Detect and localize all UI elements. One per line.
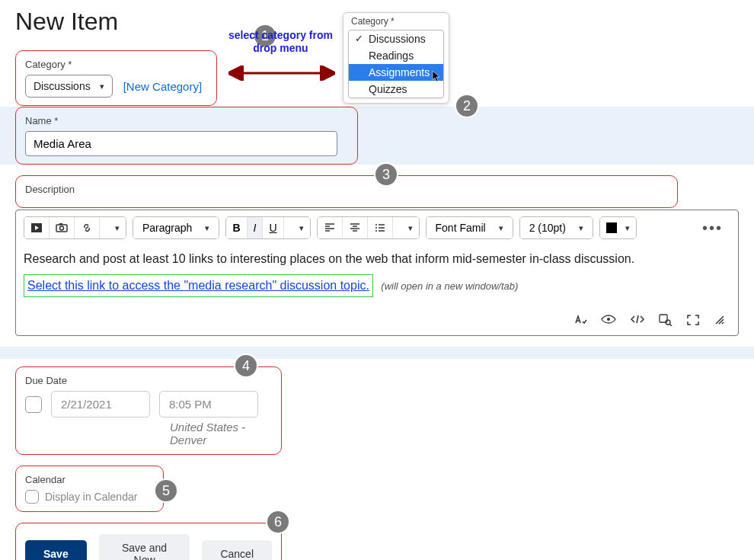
category-select[interactable]: Discussions ▾ bbox=[25, 75, 113, 98]
due-date-input[interactable]: 2/21/2021 bbox=[51, 391, 150, 418]
annotation-select-category: select category from drop menu bbox=[228, 29, 333, 55]
rte-body[interactable]: Research and post at least 10 links to i… bbox=[24, 247, 730, 303]
timezone-note: United States - Denver bbox=[170, 421, 272, 446]
paragraph-select[interactable]: Paragraph▾ bbox=[133, 217, 219, 238]
spellcheck-icon[interactable] bbox=[573, 314, 587, 329]
dropdown-option-readings[interactable]: Readings bbox=[349, 47, 443, 64]
double-arrow-icon bbox=[228, 66, 335, 81]
source-code-icon[interactable] bbox=[630, 314, 645, 329]
step-badge-6: 6 bbox=[266, 510, 290, 534]
font-size-select[interactable]: 2 (10pt)▾ bbox=[520, 217, 593, 238]
description-link-box: Select this link to access the "media re… bbox=[24, 274, 373, 297]
description-text: Research and post at least 10 links to i… bbox=[24, 250, 730, 268]
svg-point-8 bbox=[607, 318, 610, 321]
align-left-icon[interactable] bbox=[318, 217, 343, 238]
band-separator bbox=[0, 347, 754, 359]
category-selected-value: Discussions bbox=[34, 80, 91, 92]
description-section: 3 Description bbox=[15, 175, 678, 208]
step-badge-2: 2 bbox=[455, 94, 479, 118]
bold-button[interactable]: B bbox=[226, 217, 247, 238]
calendar-section: 5 Calendar Display in Calendar bbox=[15, 466, 164, 512]
chevron-down-icon: ▾ bbox=[205, 223, 209, 233]
step-badge-4: 4 bbox=[234, 354, 258, 378]
due-date-section: 4 Due Date 2/21/2021 8:05 PM United Stat… bbox=[15, 366, 282, 455]
description-label: Description bbox=[25, 184, 668, 195]
media-research-link[interactable]: Select this link to access the "media re… bbox=[27, 279, 369, 292]
due-time-input[interactable]: 8:05 PM bbox=[159, 391, 258, 418]
chevron-down-icon: ▾ bbox=[579, 223, 583, 233]
rich-text-editor: ▾ Paragraph▾ B I U ▾ ▾ Font Famil▾ 2 (10… bbox=[15, 210, 739, 336]
insert-more-dropdown[interactable]: ▾ bbox=[100, 217, 126, 238]
fullscreen-icon[interactable] bbox=[686, 314, 700, 329]
due-date-checkbox[interactable] bbox=[25, 396, 42, 413]
header-region: New Item 1 Category * Discussions ▾ [New… bbox=[15, 8, 739, 107]
display-calendar-checkbox[interactable] bbox=[25, 490, 39, 504]
dropdown-label: Category * bbox=[343, 16, 449, 28]
name-band: 2 Name * bbox=[0, 107, 754, 165]
camera-icon[interactable] bbox=[50, 217, 75, 238]
svg-point-5 bbox=[375, 224, 377, 226]
name-input[interactable] bbox=[25, 131, 337, 156]
color-picker[interactable]: ▾ bbox=[600, 217, 636, 238]
name-section: 2 Name * bbox=[15, 107, 358, 165]
resize-icon[interactable] bbox=[714, 314, 726, 329]
save-button[interactable]: Save bbox=[25, 540, 87, 560]
italic-button[interactable]: I bbox=[248, 217, 264, 238]
rte-toolbar: ▾ Paragraph▾ B I U ▾ ▾ Font Famil▾ 2 (10… bbox=[24, 216, 730, 239]
svg-point-6 bbox=[375, 227, 377, 229]
align-center-icon[interactable] bbox=[343, 217, 368, 238]
rte-footer bbox=[24, 303, 730, 329]
font-family-select[interactable]: Font Famil▾ bbox=[427, 217, 513, 238]
svg-point-3 bbox=[60, 226, 64, 230]
svg-point-7 bbox=[375, 230, 377, 232]
category-label: Category * bbox=[25, 59, 207, 70]
new-category-link[interactable]: [New Category] bbox=[123, 80, 202, 93]
dropdown-option-assignments[interactable]: Assignments bbox=[349, 64, 443, 81]
calendar-label: Calendar bbox=[25, 474, 154, 485]
save-and-new-button[interactable]: Save and New bbox=[99, 534, 190, 560]
preview-icon[interactable] bbox=[601, 314, 616, 329]
align-more-dropdown[interactable]: ▾ bbox=[393, 217, 419, 238]
toolbar-overflow-icon[interactable]: ••• bbox=[695, 219, 730, 237]
text-more-dropdown[interactable]: ▾ bbox=[284, 217, 310, 238]
step-badge-3: 3 bbox=[374, 162, 398, 187]
cursor-icon bbox=[432, 70, 442, 85]
category-section: 1 Category * Discussions ▾ [New Category… bbox=[15, 50, 217, 106]
buttons-section: 6 Save Save and New Cancel bbox=[15, 523, 282, 560]
category-dropdown-open: Category * Discussions Readings Assignme… bbox=[343, 12, 449, 104]
list-icon[interactable] bbox=[368, 217, 393, 238]
step-badge-5: 5 bbox=[154, 478, 178, 503]
chevron-down-icon: ▾ bbox=[100, 82, 104, 91]
search-icon[interactable] bbox=[659, 314, 673, 329]
display-calendar-label: Display in Calendar bbox=[45, 491, 137, 503]
svg-rect-4 bbox=[59, 223, 62, 225]
link-icon[interactable] bbox=[75, 217, 100, 238]
underline-button[interactable]: U bbox=[263, 217, 283, 238]
due-date-label: Due Date bbox=[25, 375, 272, 386]
chevron-down-icon: ▾ bbox=[499, 223, 503, 233]
insert-media-icon[interactable] bbox=[24, 217, 50, 238]
dropdown-option-discussions[interactable]: Discussions bbox=[349, 30, 443, 47]
cancel-button[interactable]: Cancel bbox=[202, 540, 272, 560]
link-hint: (will open in a new window/tab) bbox=[381, 280, 518, 292]
name-label: Name * bbox=[25, 115, 348, 126]
dropdown-option-quizzes[interactable]: Quizzes bbox=[349, 81, 443, 98]
